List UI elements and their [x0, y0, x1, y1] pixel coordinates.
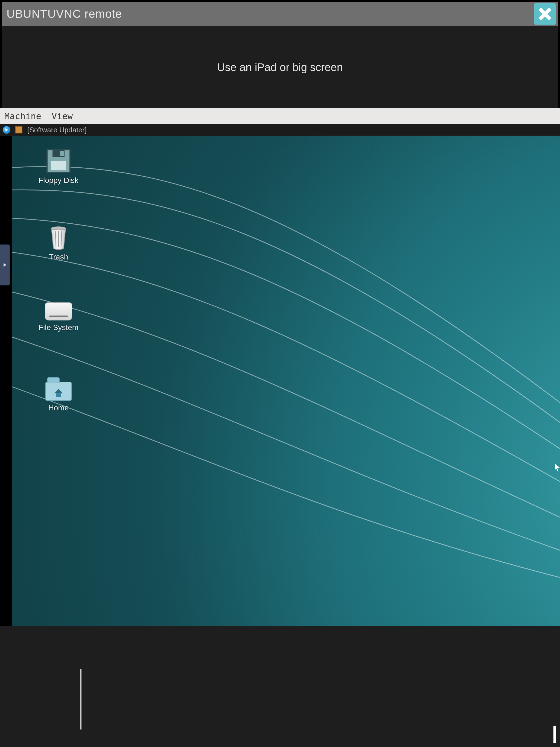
- desktop-viewport: [Software Updater] Floppy Disk: [0, 124, 560, 626]
- divider-tick: [80, 669, 81, 729]
- taskbar-app-label[interactable]: [Software Updater]: [27, 126, 87, 134]
- desktop-icon-floppy[interactable]: Floppy Disk: [31, 149, 86, 185]
- app-titlebar: UBUNTUVNC remote: [2, 2, 558, 26]
- close-icon: [538, 6, 552, 21]
- mouse-cursor: [555, 464, 560, 471]
- drive-icon: [45, 302, 72, 320]
- desktop-icon-trash[interactable]: Trash: [31, 226, 86, 261]
- desktop-icon-label: Floppy Disk: [39, 176, 78, 185]
- whisker-menu-icon[interactable]: [3, 126, 10, 134]
- hint-banner: Use an iPad or big screen: [2, 26, 558, 108]
- vm-menubar: Machine View: [0, 108, 560, 124]
- menu-machine[interactable]: Machine: [4, 111, 41, 121]
- trash-icon: [47, 226, 71, 250]
- panel-slideout-handle[interactable]: [0, 244, 10, 285]
- home-folder-icon: [45, 382, 72, 401]
- close-button[interactable]: [534, 3, 556, 25]
- desktop-icon-filesystem[interactable]: File System: [31, 302, 86, 332]
- desktop-icon-label: Home: [48, 404, 69, 412]
- xfce-panel: [Software Updater]: [0, 124, 560, 136]
- hint-text: Use an iPad or big screen: [217, 61, 343, 74]
- desktop-icon-label: Trash: [49, 253, 68, 261]
- floppy-icon: [47, 149, 71, 173]
- wallpaper-lines: [12, 136, 560, 626]
- footer-region: [0, 626, 560, 747]
- desktop-icon-home[interactable]: Home: [31, 382, 86, 412]
- taskbar-app-icon[interactable]: [15, 126, 22, 133]
- app-title: UBUNTUVNC remote: [6, 7, 122, 21]
- text-caret: [554, 726, 556, 743]
- desktop-wallpaper[interactable]: Floppy Disk: [12, 136, 560, 626]
- desktop-icon-label: File System: [39, 323, 78, 332]
- menu-view[interactable]: View: [52, 111, 73, 121]
